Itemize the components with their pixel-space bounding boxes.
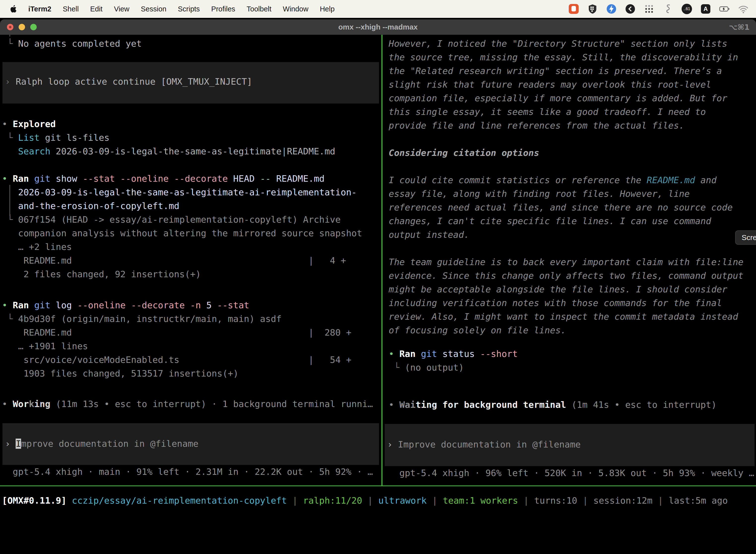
terminal-line: … +1901 lines: [2, 339, 381, 353]
macos-menu-bar: iTerm2ShellEditViewSessionScriptsProfile…: [0, 0, 756, 18]
recording-indicator-icon[interactable]: [568, 3, 579, 15]
spacer: [389, 132, 756, 146]
prompt-box[interactable]: › Improve documentation in @filename: [2, 423, 379, 465]
terminal-line: 1903 files changed, 513517 insertions(+): [2, 367, 381, 380]
terminal-line: • Working (11m 13s • esc to interrupt) ·…: [2, 397, 381, 411]
menu-item-iterm2[interactable]: iTerm2: [28, 5, 51, 13]
window-shortcut-badge: ⌥⌘1: [729, 23, 750, 32]
left-terminal-pane[interactable]: └ No agents completed yet› Ralph loop ac…: [0, 35, 381, 479]
prompt-box[interactable]: › Improve documentation in @filename: [385, 424, 755, 466]
terminal-line: essay file, along with finding root file…: [389, 187, 756, 201]
terminal-line: › Improve documentation in @filename: [387, 438, 755, 451]
terminal-line: companion analysis without altering the …: [2, 226, 381, 240]
spacer: [389, 337, 756, 347]
terminal-line: README.md | 4 +: [2, 254, 381, 267]
terminal-line: • Ran git show --stat --oneline --decora…: [2, 172, 381, 185]
shield-icon[interactable]: [587, 3, 598, 15]
menu-status-icons: ..61 A: [568, 3, 756, 15]
screen-share-tooltip-label: Scre: [742, 233, 756, 242]
terminal-line: including verification notes with those …: [389, 296, 756, 310]
input-source-icon[interactable]: A: [700, 3, 711, 15]
menu-item-scripts[interactable]: Scripts: [178, 5, 200, 13]
terminal-line: gpt-5.4 xhigh · 96% left · 520K in · 5.8…: [389, 466, 756, 480]
chevron-circle-icon[interactable]: [625, 3, 636, 15]
terminal-line: of focusing solely on file lines.: [389, 323, 756, 337]
prompt-box[interactable]: › Ralph loop active continue [OMX_TMUX_I…: [2, 62, 379, 104]
spacer: [2, 104, 381, 117]
tree-connector: [9, 35, 10, 37]
terminal-line: provide file and line references from th…: [389, 119, 756, 132]
terminal-line: • Ran git log --oneline --decorate -n 5 …: [2, 298, 381, 312]
terminal-line: the source tree, missing the essay. Stil…: [389, 50, 756, 64]
window-title: omx --xhigh --madmax: [0, 23, 756, 31]
terminal-line: 2 files changed, 92 insertions(+): [2, 267, 381, 281]
battery-icon[interactable]: [719, 3, 730, 15]
spacer: [2, 380, 381, 397]
terminal-line: this single essay, it seems like a good …: [389, 105, 756, 119]
terminal-line: I could cite commit statistics or refere…: [389, 173, 756, 187]
dot-grid-icon[interactable]: [643, 3, 655, 15]
menu-item-help[interactable]: Help: [320, 5, 334, 13]
terminal-line: slight risk that future readers may over…: [389, 78, 756, 91]
terminal-line: [OMX#0.11.9] cczip/essay/ai-reimplementa…: [2, 494, 756, 507]
terminal-line: However, I noticed the "Directory Struct…: [389, 37, 756, 50]
menu-item-edit[interactable]: Edit: [90, 5, 103, 13]
terminal-window: └ No agents completed yet› Ralph loop ac…: [0, 35, 756, 554]
terminal-line: evidence. Since this change only affects…: [389, 269, 756, 282]
terminal-line: changes, I can't cite specific file line…: [389, 214, 756, 228]
right-terminal-pane[interactable]: However, I noticed the "Directory Struct…: [383, 35, 756, 480]
wifi-icon[interactable]: [738, 3, 749, 15]
terminal-line: README.md | 280 +: [2, 326, 381, 339]
terminal-line: 2026-03-09-is-legal-the-same-as-legitima…: [2, 185, 381, 199]
spacer: [389, 411, 756, 424]
menu-item-toolbelt[interactable]: Toolbelt: [247, 5, 271, 13]
terminal-line: └ List git ls-files: [2, 131, 381, 145]
bolt-badge-icon[interactable]: [606, 3, 617, 15]
terminal-line: might be acceptable alongside the file l…: [389, 282, 756, 296]
terminal-line: Considering citation options: [389, 146, 756, 160]
spacer: [389, 374, 756, 398]
terminal-line: └ 4b9d30f (origin/main, instructkr/main,…: [2, 312, 381, 326]
terminal-line: and-the-erosion-of-copyleft.md: [2, 199, 381, 213]
menu-item-view[interactable]: View: [114, 5, 129, 13]
spacer: [389, 160, 756, 173]
pane-divider[interactable]: [381, 35, 382, 486]
terminal-line: review. Also, I might want to inspect th…: [389, 310, 756, 323]
terminal-line: companion file, especially if more comme…: [389, 91, 756, 105]
spacer: [389, 241, 756, 255]
hook-icon[interactable]: [662, 3, 674, 15]
terminal-line: › Ralph loop active continue [OMX_TMUX_I…: [5, 75, 379, 88]
terminal-line: └ No agents completed yet: [2, 37, 381, 50]
terminal-line: src/voice/voiceModeEnabled.ts | 54 +: [2, 353, 381, 367]
terminal-line: └ (no output): [389, 361, 756, 374]
menu-item-window[interactable]: Window: [283, 5, 308, 13]
terminal-line: › Improve documentation in @filename: [5, 437, 379, 450]
terminal-line: • Ran git status --short: [389, 347, 756, 361]
spacer: [2, 158, 381, 172]
input-source-label: A: [701, 4, 710, 14]
timer-badge-label: ..61: [682, 4, 692, 14]
tree-connector: [9, 185, 10, 216]
terminal-line: … +2 lines: [2, 240, 381, 254]
terminal-line: references need actual files, and since …: [389, 201, 756, 214]
screen-share-tooltip[interactable]: Scre: [735, 230, 756, 245]
menu-item-profiles[interactable]: Profiles: [211, 5, 235, 13]
timer-badge-icon[interactable]: ..61: [681, 3, 693, 15]
window-title-bar: omx --xhigh --madmax ⌥⌘1: [0, 19, 756, 35]
menu-item-session[interactable]: Session: [141, 5, 167, 13]
terminal-line: Search 2026-03-09-is-legal-the-same-as-l…: [2, 145, 381, 158]
menu-items: iTerm2ShellEditViewSessionScriptsProfile…: [0, 5, 334, 13]
menu-item-shell[interactable]: Shell: [63, 5, 79, 13]
terminal-line: output instead.: [389, 228, 756, 241]
terminal-line: the "Related research writing" section i…: [389, 64, 756, 78]
terminal-line: └ 067f154 (HEAD -> essay/ai-reimplementa…: [2, 213, 381, 226]
spacer: [2, 411, 381, 423]
spacer: [2, 281, 381, 298]
terminal-line: • Waiting for background terminal (1m 41…: [389, 398, 756, 411]
omx-status-row: [OMX#0.11.9] cczip/essay/ai-reimplementa…: [0, 486, 756, 507]
terminal-line: The team guideline is to back every impo…: [389, 255, 756, 269]
terminal-line: gpt-5.4 xhigh · main · 91% left · 2.31M …: [2, 465, 381, 479]
apple-menu-icon[interactable]: [9, 5, 17, 13]
spacer: [2, 50, 381, 62]
terminal-line: • Explored: [2, 117, 381, 131]
